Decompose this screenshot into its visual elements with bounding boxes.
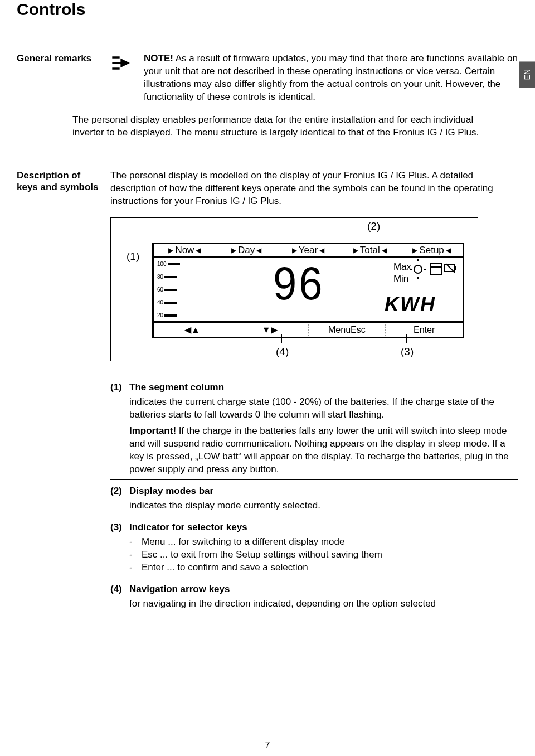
note-text: NOTE! As a result of firmware updates, y… bbox=[144, 52, 518, 104]
segment-column: 100 80 60 40 20 bbox=[154, 258, 184, 321]
max-label: Max bbox=[393, 261, 411, 273]
legend-num: (3) bbox=[110, 521, 125, 534]
legend-body: for navigating in the direction indicate… bbox=[129, 598, 518, 610]
bar-label: 40 bbox=[157, 299, 163, 307]
legend-important: Important! If the charge in the batterie… bbox=[129, 425, 518, 476]
leader-line bbox=[406, 334, 407, 343]
list-item: Esc ... to exit from the Setup settings … bbox=[142, 549, 382, 561]
bar-label: 100 bbox=[157, 260, 167, 268]
page-title: Controls bbox=[17, 0, 518, 19]
note-body: As a result of firmware updates, you may… bbox=[144, 53, 518, 102]
enter-key: Enter bbox=[385, 324, 463, 336]
legend-item-4: (4) Navigation arrow keys bbox=[110, 581, 518, 598]
min-label: Min bbox=[393, 273, 411, 284]
tab-total: ▶Total◀ bbox=[339, 244, 401, 257]
legend-item-2: (2) Display modes bar bbox=[110, 483, 518, 500]
tab-label: Total bbox=[360, 244, 380, 257]
svg-rect-5 bbox=[430, 264, 441, 275]
legend-body: indicates the current charge state (100 … bbox=[129, 396, 518, 421]
section-general-remarks: General remarks NOTE! As a result of fir… bbox=[17, 52, 518, 147]
language-tab: EN bbox=[519, 61, 535, 88]
bar-label: 20 bbox=[157, 312, 163, 319]
svg-rect-8 bbox=[455, 266, 456, 270]
tab-label: Setup bbox=[419, 244, 444, 257]
legend-item-1: (1) The segment column bbox=[110, 380, 518, 396]
legend-num: (1) bbox=[110, 381, 125, 394]
section-heading: Description of keys and symbols bbox=[17, 169, 100, 618]
main-reading: 96 bbox=[273, 252, 325, 315]
note-label: NOTE! bbox=[144, 53, 173, 64]
callout-3: (3) bbox=[401, 345, 414, 359]
unit-label: KWH bbox=[385, 291, 436, 318]
legend-title: Navigation arrow keys bbox=[129, 583, 230, 596]
selector-keys-row: ◀▲ ▼▶ MenuEsc Enter bbox=[152, 323, 464, 338]
nav-left-up: ◀▲ bbox=[154, 324, 231, 336]
section-keys-symbols: Description of keys and symbols The pers… bbox=[17, 169, 518, 618]
legend-title: Display modes bar bbox=[129, 485, 213, 498]
legend-body: indicates the display mode currently sel… bbox=[129, 500, 518, 512]
status-icons bbox=[410, 259, 457, 288]
svg-point-0 bbox=[414, 265, 422, 273]
menu-esc-key: MenuEsc bbox=[308, 324, 386, 336]
paragraph: The personal display is modelled on the … bbox=[110, 169, 518, 208]
important-label: Important! bbox=[129, 425, 176, 436]
nav-down-right: ▼▶ bbox=[231, 324, 308, 336]
leader-line bbox=[373, 231, 373, 243]
legend-item-3: (3) Indicator for selector keys bbox=[110, 520, 518, 536]
list-item: Enter ... to confirm and save a selectio… bbox=[142, 561, 308, 574]
tab-label: Day bbox=[238, 244, 255, 257]
tab-day: ▶Day◀ bbox=[216, 244, 278, 257]
bar-label: 60 bbox=[157, 286, 163, 294]
legend-title: The segment column bbox=[129, 381, 224, 394]
paragraph: The personal display enables performance… bbox=[72, 114, 518, 139]
callout-4: (4) bbox=[276, 345, 289, 359]
lcd-body: 100 80 60 40 20 96 KWH Max Min bbox=[152, 258, 464, 323]
legend-dash-list: -Menu ... for switching to a different d… bbox=[129, 536, 518, 574]
important-body: If the charge in the batteries falls any… bbox=[129, 425, 509, 474]
tab-now: ▶Now◀ bbox=[154, 244, 216, 257]
display-diagram: (2) (1) ▶Now◀ ▶Day◀ ▶Year◀ ▶Total◀ ▶Setu… bbox=[110, 217, 478, 361]
list-item: Menu ... for switching to a different di… bbox=[142, 536, 344, 549]
tab-label: Now bbox=[175, 244, 194, 257]
callout-1: (1) bbox=[127, 249, 139, 264]
legend-title: Indicator for selector keys bbox=[129, 521, 247, 534]
legend-num: (2) bbox=[110, 485, 125, 498]
pointing-hand-icon bbox=[110, 54, 138, 76]
bar-label: 80 bbox=[157, 273, 163, 281]
legend-num: (4) bbox=[110, 583, 125, 596]
tab-setup: ▶Setup◀ bbox=[401, 244, 463, 257]
leader-line bbox=[281, 334, 282, 343]
page-number: 7 bbox=[17, 740, 518, 750]
callout-2: (2) bbox=[367, 219, 380, 234]
